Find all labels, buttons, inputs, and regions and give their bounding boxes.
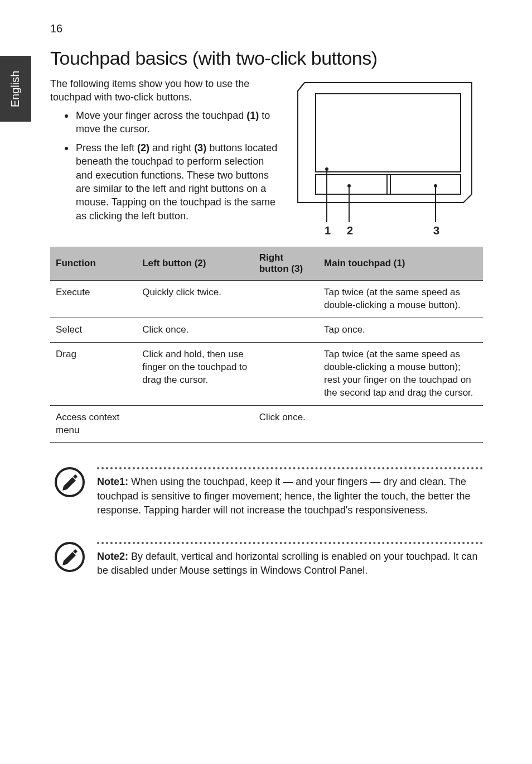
svg-line-0 bbox=[298, 83, 304, 91]
table-row: Select Click once. Tap once. bbox=[50, 318, 483, 342]
cell-right: Click once. bbox=[254, 405, 318, 443]
svg-rect-3 bbox=[316, 175, 461, 194]
cell-right bbox=[254, 281, 318, 318]
page-title: Touchpad basics (with two-click buttons) bbox=[50, 47, 483, 69]
cell-function: Execute bbox=[50, 281, 137, 318]
language-tab-label: English bbox=[9, 70, 22, 107]
note-body: By default, vertical and horizontal scro… bbox=[97, 551, 477, 576]
note-pencil-icon bbox=[55, 467, 85, 497]
col-left-button: Left button (2) bbox=[137, 247, 254, 281]
table-row: Drag Click and hold, then use finger on … bbox=[50, 342, 483, 405]
bullet-bold: (3) bbox=[194, 142, 206, 153]
cell-right bbox=[254, 318, 318, 342]
touchpad-diagram: 1 2 3 bbox=[293, 77, 483, 241]
bullet-dot-icon bbox=[65, 114, 68, 118]
intro-text: The following items show you how to use … bbox=[50, 77, 282, 104]
cell-main: Tap twice (at the same speed as double-c… bbox=[318, 281, 483, 318]
cell-function: Select bbox=[50, 318, 137, 342]
cell-main: Tap once. bbox=[318, 318, 483, 342]
cell-left: Click once. bbox=[137, 318, 254, 342]
col-right-button: Right button (3) bbox=[254, 247, 318, 281]
note-text: Note1: When using the touchpad, keep it … bbox=[97, 475, 483, 517]
col-function: Function bbox=[50, 247, 137, 281]
page-number: 16 bbox=[50, 22, 483, 35]
svg-point-11 bbox=[434, 184, 437, 188]
col-main-touchpad: Main touchpad (1) bbox=[318, 247, 483, 281]
cell-main bbox=[318, 405, 483, 443]
cell-right bbox=[254, 342, 318, 405]
note-label: Note1: bbox=[97, 476, 128, 487]
cell-left: Click and hold, then use finger on the t… bbox=[137, 342, 254, 405]
diagram-label-2: 2 bbox=[347, 224, 353, 237]
bullet-text-part: Move your finger across the touchpad bbox=[76, 110, 246, 121]
note-block: Note1: When using the touchpad, keep it … bbox=[50, 467, 483, 517]
bullet-text-part: Press the left bbox=[76, 142, 137, 153]
table-row: Execute Quickly click twice. Tap twice (… bbox=[50, 281, 483, 318]
bullet-text: Move your finger across the touchpad (1)… bbox=[76, 109, 282, 136]
bullet-text: Press the left (2) and right (3) buttons… bbox=[76, 141, 282, 223]
bullet-item: Move your finger across the touchpad (1)… bbox=[50, 109, 282, 136]
bullet-dot-icon bbox=[65, 147, 68, 150]
touchpad-diagram-svg: 1 2 3 bbox=[293, 77, 483, 239]
bullet-text-part: buttons located beneath the touchpad to … bbox=[76, 142, 277, 221]
language-tab: English bbox=[0, 56, 31, 122]
dotted-divider bbox=[97, 467, 483, 469]
dotted-divider bbox=[97, 542, 483, 544]
svg-point-9 bbox=[347, 184, 351, 188]
cell-left: Quickly click twice. bbox=[137, 281, 254, 318]
cell-function: Access context menu bbox=[50, 405, 137, 443]
note-text: Note2: By default, vertical and horizont… bbox=[97, 550, 483, 578]
diagram-label-1: 1 bbox=[325, 224, 331, 237]
note-block: Note2: By default, vertical and horizont… bbox=[50, 542, 483, 578]
function-table: Function Left button (2) Right button (3… bbox=[50, 247, 483, 443]
diagram-label-3: 3 bbox=[433, 224, 439, 237]
svg-rect-2 bbox=[316, 94, 461, 172]
svg-point-7 bbox=[325, 167, 328, 171]
bullet-bold: (1) bbox=[246, 110, 259, 121]
note-body: When using the touchpad, keep it — and y… bbox=[97, 476, 470, 515]
cell-main: Tap twice (at the same speed as double-c… bbox=[318, 342, 483, 405]
note-pencil-icon bbox=[55, 542, 85, 572]
cell-function: Drag bbox=[50, 342, 137, 405]
cell-left bbox=[137, 405, 254, 443]
bullet-text-part: and right bbox=[149, 142, 194, 153]
bullet-item: Press the left (2) and right (3) buttons… bbox=[50, 141, 282, 223]
note-label: Note2: bbox=[97, 551, 128, 562]
table-row: Access context menu Click once. bbox=[50, 405, 483, 443]
bullet-bold: (2) bbox=[137, 142, 149, 153]
